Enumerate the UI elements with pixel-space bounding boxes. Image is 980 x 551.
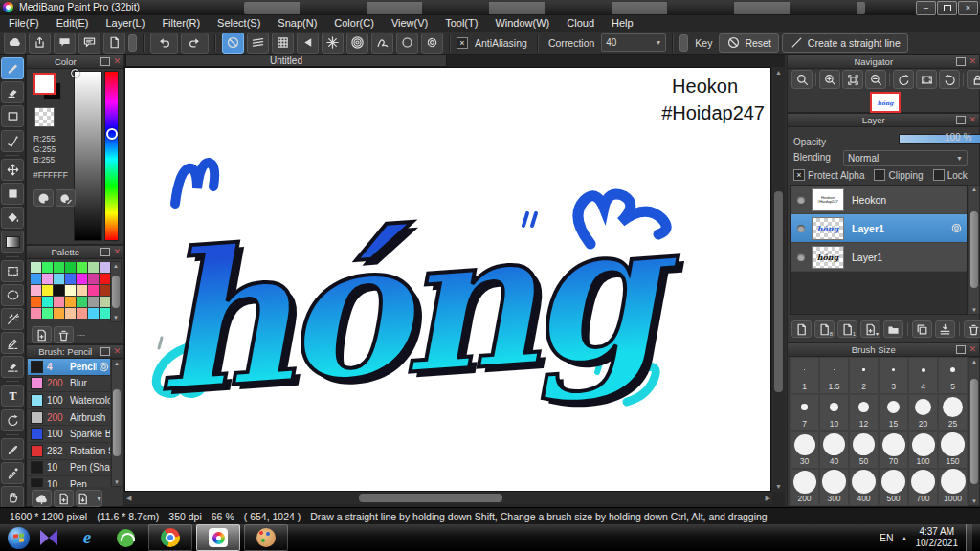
sv-selector[interactable]	[71, 69, 79, 77]
layer-visibility-dot[interactable]	[797, 253, 805, 261]
brush-size-200[interactable]: 200	[790, 469, 819, 506]
brush-item-airbrush[interactable]: 200Airbrush	[28, 409, 110, 427]
zoom-out-button[interactable]	[865, 70, 886, 89]
brush-item-blur[interactable]: 200Blur	[28, 376, 110, 393]
toolbar-divider-knob[interactable]	[128, 34, 137, 52]
menu-help[interactable]: Help	[603, 15, 642, 32]
bucket-tool[interactable]	[1, 207, 24, 229]
brush-item-rotation-s[interactable]: 282Rotation S	[28, 443, 110, 460]
palette-swatch[interactable]	[54, 297, 64, 307]
brush-size-7[interactable]: 7	[790, 394, 819, 431]
navigator-thumbnail[interactable]: hóng	[870, 92, 901, 113]
snap-settings-gear-button[interactable]	[421, 33, 443, 54]
reset-button[interactable]: Reset	[719, 33, 778, 53]
rotate-right-button[interactable]	[939, 70, 960, 89]
transparent-color-swatch[interactable]	[34, 107, 55, 127]
palette-swatch[interactable]	[100, 274, 110, 284]
delete-palette-color-button[interactable]	[54, 326, 74, 343]
palette-scrollbar[interactable]: ▲▼	[110, 261, 122, 322]
palette-swatch[interactable]	[54, 285, 64, 296]
concentric-snap-button[interactable]	[346, 33, 368, 54]
palette-swatch[interactable]	[88, 262, 99, 273]
popout-icon[interactable]	[100, 57, 110, 66]
saturation-value-box[interactable]	[74, 71, 102, 241]
popout-icon[interactable]	[956, 57, 966, 66]
menu-snap[interactable]: Snap(N)	[269, 15, 325, 32]
palette-swatch[interactable]	[77, 285, 87, 296]
palette-swatch[interactable]	[88, 274, 99, 284]
lock-checkbox[interactable]	[933, 169, 945, 181]
close-icon[interactable]: ✕	[969, 57, 976, 66]
layer-row-layer1[interactable]: hóngLayer1	[791, 243, 967, 272]
layer-visibility-dot[interactable]	[797, 196, 805, 204]
brush-tool[interactable]	[1, 57, 24, 79]
select-pen-tool[interactable]	[1, 332, 24, 354]
palette-swatch[interactable]	[42, 262, 53, 273]
layer-visibility-dot[interactable]	[797, 225, 805, 232]
show-desktop-button[interactable]	[966, 524, 972, 551]
popout-icon[interactable]	[956, 116, 966, 124]
menu-file[interactable]: File(F)	[0, 15, 48, 32]
menu-edit[interactable]: Edit(E)	[48, 15, 98, 32]
palette-swatch[interactable]	[100, 262, 110, 273]
brush-size-30[interactable]: 30	[790, 431, 819, 469]
internet-explorer-icon[interactable]: e	[68, 525, 106, 550]
layer-scrollbar[interactable]: ▲▼	[969, 185, 980, 315]
medibang-icon[interactable]	[196, 524, 240, 551]
canvas-vertical-scrollbar[interactable]: ▲▼	[772, 67, 785, 492]
brush-item-pen[interactable]: 10Pen	[28, 476, 110, 487]
palette-swatch[interactable]	[77, 274, 87, 284]
palette-swatch[interactable]	[42, 308, 53, 319]
close-icon[interactable]: ✕	[113, 57, 121, 66]
new-palette-color-button[interactable]	[32, 326, 52, 343]
palette-swatch[interactable]	[65, 274, 76, 284]
brush-size-4[interactable]: 4	[908, 357, 938, 394]
foreground-color-swatch[interactable]	[33, 73, 56, 95]
palette-swatch[interactable]	[31, 308, 41, 319]
brush-size-5[interactable]: 5	[938, 357, 968, 394]
upload-brush-button[interactable]	[32, 490, 52, 507]
ellipse-snap-button[interactable]	[396, 33, 418, 54]
palette-swatch[interactable]	[88, 297, 99, 307]
paint-icon[interactable]	[244, 524, 288, 551]
zoom-in-button[interactable]	[819, 70, 840, 89]
brush-size-2[interactable]: 2	[849, 357, 879, 394]
zoom-tool-button[interactable]	[791, 70, 813, 89]
palette-swatch[interactable]	[65, 297, 76, 307]
popout-icon[interactable]	[100, 347, 110, 356]
popout-icon[interactable]	[100, 248, 110, 256]
brush-size-1.5[interactable]: 1.5	[819, 357, 849, 394]
start-orb-icon[interactable]	[8, 527, 30, 549]
rotate-left-button[interactable]	[893, 70, 914, 89]
delete-layer-button[interactable]	[964, 320, 980, 338]
merge-layer-button[interactable]	[935, 320, 955, 338]
add-layer-menu-button[interactable]: ▾	[860, 320, 880, 338]
minimize-button[interactable]: –	[916, 1, 936, 15]
fit-view-button[interactable]	[842, 70, 863, 89]
comment-bubble-button[interactable]	[54, 33, 76, 54]
brush-size-400[interactable]: 400	[849, 469, 879, 506]
palette-swatch[interactable]	[100, 297, 110, 307]
menu-cloud[interactable]: Cloud	[558, 15, 603, 32]
palette-swatch[interactable]	[42, 274, 53, 284]
snap-off-button[interactable]	[222, 33, 244, 54]
palette-swatch[interactable]	[31, 297, 41, 307]
layer-row-layer1[interactable]: hóngLayer1	[791, 214, 967, 243]
menu-layer[interactable]: Layer(L)	[97, 15, 153, 32]
brush-size-700[interactable]: 700	[908, 469, 938, 506]
document-button[interactable]	[103, 33, 125, 54]
layer-folder-button[interactable]	[883, 320, 903, 338]
polyline-tool[interactable]	[1, 130, 24, 152]
palette-swatch[interactable]	[100, 285, 110, 296]
palette-swatch[interactable]	[77, 297, 87, 307]
brush-item-watercolor[interactable]: 100Watercolor	[28, 392, 110, 409]
palette-swatch[interactable]	[77, 262, 87, 273]
brush-size-70[interactable]: 70	[879, 431, 908, 469]
duplicate-layer-button[interactable]	[912, 320, 932, 338]
hue-bar[interactable]	[104, 71, 119, 241]
palette-swatch[interactable]	[88, 308, 99, 319]
brush-size-300[interactable]: 300	[819, 469, 849, 506]
cloud-button[interactable]	[4, 33, 26, 54]
hand-tool[interactable]	[1, 486, 24, 508]
redo-button[interactable]	[181, 33, 209, 54]
